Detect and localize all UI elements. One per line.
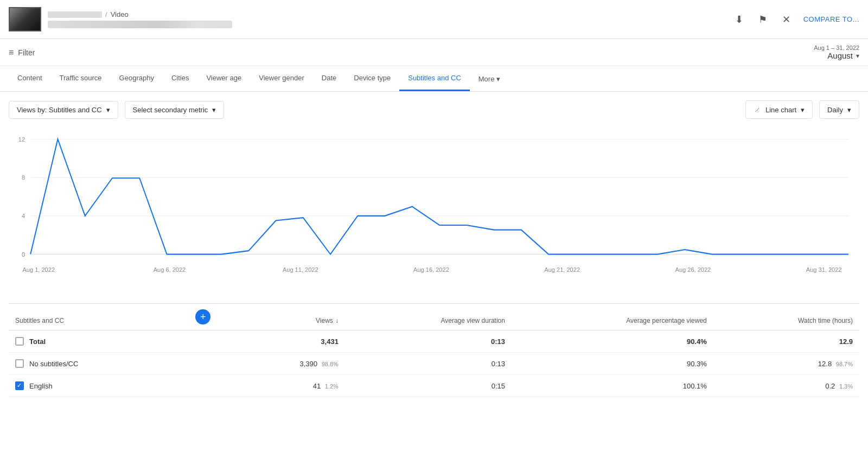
english-wt-pct: 1.3% [839, 383, 853, 390]
nav-tabs: Content Traffic source Geography Cities … [0, 66, 868, 92]
no-subtitles-checkbox[interactable] [15, 359, 24, 368]
table-row-english: English 41 1.2% 0:15 100.1% 0.2 1.3% [9, 375, 859, 397]
close-button[interactable]: ✕ [780, 11, 793, 28]
tab-viewer-age[interactable]: Viewer age [197, 66, 250, 91]
line-chart-icon: ⟋ [754, 105, 761, 114]
chart-type-chevron-icon: ▾ [801, 106, 805, 114]
no-subtitles-views: 3,390 98.8% [233, 353, 345, 375]
video-title [48, 21, 232, 28]
controls-row: Views by: Subtitles and CC ▾ Select seco… [0, 92, 868, 128]
filter-bar: ≡ Filter Aug 1 – 31, 2022 August ▾ [0, 39, 868, 66]
date-chevron-icon: ▾ [856, 52, 859, 60]
interval-label: Daily [827, 106, 843, 114]
no-subtitles-label-cell: No subtitles/CC [9, 353, 173, 375]
svg-text:4: 4 [22, 213, 25, 219]
col-header-avg-pct: Average percentage viewed [512, 304, 713, 330]
line-chart-svg: 12 8 4 0 Aug 1, 2022 Aug 6, 2022 Aug 11,… [9, 128, 859, 290]
tab-subtitles-cc[interactable]: Subtitles and CC [399, 66, 470, 91]
table-row-no-subtitles: No subtitles/CC 3,390 98.8% 0:13 90.3% 1… [9, 353, 859, 375]
add-column-button[interactable]: + [195, 309, 210, 324]
no-subtitles-views-num: 3,390 [300, 360, 318, 368]
tab-cities[interactable]: Cities [163, 66, 198, 91]
tab-viewer-gender[interactable]: Viewer gender [250, 66, 313, 91]
date-picker[interactable]: Aug 1 – 31, 2022 August ▾ [814, 44, 859, 60]
tab-content[interactable]: Content [9, 66, 51, 91]
breadcrumb-link[interactable] [48, 11, 102, 18]
chart-container: 12 8 4 0 Aug 1, 2022 Aug 6, 2022 Aug 11,… [9, 128, 859, 290]
col-header-views: Views ↓ [233, 304, 345, 330]
english-checkbox[interactable] [15, 381, 24, 390]
english-avg-duration: 0:15 [345, 375, 512, 397]
tab-date[interactable]: Date [313, 66, 345, 91]
no-subtitles-avg-pct: 90.3% [512, 353, 713, 375]
download-button[interactable]: ⬇ [733, 11, 745, 28]
top-bar: / Video ⬇ ⚑ ✕ COMPARE TO... [0, 0, 868, 39]
chart-area: 12 8 4 0 Aug 1, 2022 Aug 6, 2022 Aug 11,… [0, 128, 868, 299]
svg-text:Aug 11, 2022: Aug 11, 2022 [283, 266, 318, 272]
col-header-avg-duration: Average view duration [345, 304, 512, 330]
english-views-pct: 1.2% [325, 383, 339, 390]
sort-arrow-icon: ↓ [335, 317, 339, 324]
data-table-section: Subtitles and CC + Views ↓ Average view … [0, 303, 868, 397]
total-watch-time: 12.9 [713, 330, 859, 353]
table-header: Subtitles and CC + Views ↓ Average view … [9, 304, 859, 330]
no-subtitles-watch-time: 12.8 98.7% [713, 353, 859, 375]
breadcrumb-sep: / [105, 10, 107, 18]
total-label-cell: Total [9, 330, 173, 353]
total-views: 3,431 [233, 330, 345, 353]
total-add-cell [173, 330, 233, 353]
more-chevron-icon: ▾ [496, 75, 500, 83]
secondary-metric-placeholder: Select secondary metric [133, 106, 208, 114]
english-views-num: 41 [313, 382, 321, 390]
tab-device-type[interactable]: Device type [345, 66, 399, 91]
top-bar-right: ⬇ ⚑ ✕ COMPARE TO... [733, 11, 859, 28]
svg-text:Aug 1, 2022: Aug 1, 2022 [23, 266, 55, 272]
filter-label: Filter [18, 48, 35, 57]
col-subtitles-label: Subtitles and CC [15, 317, 64, 324]
date-range-text: Aug 1 – 31, 2022 [814, 44, 859, 51]
primary-metric-chevron-icon: ▾ [106, 106, 110, 114]
breadcrumb-area: / Video [48, 10, 232, 28]
filter-icon: ≡ [9, 48, 14, 58]
date-period: August [827, 51, 853, 60]
col-header-subtitles: Subtitles and CC [9, 304, 173, 330]
secondary-metric-chevron-icon: ▾ [212, 106, 216, 114]
no-subtitles-label: No subtitles/CC [29, 360, 78, 368]
svg-text:Aug 6, 2022: Aug 6, 2022 [154, 266, 186, 272]
svg-text:Aug 16, 2022: Aug 16, 2022 [413, 266, 449, 272]
controls-right: ⟋ Line chart ▾ Daily ▾ [745, 100, 859, 119]
tab-geography[interactable]: Geography [111, 66, 163, 91]
no-subtitles-wt-pct: 98.7% [836, 361, 853, 367]
flag-button[interactable]: ⚑ [756, 11, 769, 28]
compare-to-button[interactable]: COMPARE TO... [803, 15, 859, 23]
table-row-total: Total 3,431 0:13 90.4% 12.9 [9, 330, 859, 353]
english-add-cell [173, 375, 233, 397]
svg-text:8: 8 [22, 174, 25, 181]
tab-more[interactable]: More ▾ [470, 67, 509, 91]
filter-control[interactable]: ≡ Filter [9, 48, 35, 58]
svg-text:Aug 31, 2022: Aug 31, 2022 [806, 266, 842, 272]
controls-left: Views by: Subtitles and CC ▾ Select seco… [9, 101, 224, 119]
svg-text:12: 12 [18, 136, 25, 142]
tab-traffic-source[interactable]: Traffic source [51, 66, 111, 91]
primary-metric-dropdown[interactable]: Views by: Subtitles and CC ▾ [9, 101, 118, 119]
no-subtitles-views-pct: 98.8% [322, 361, 339, 367]
english-wt-num: 0.2 [825, 382, 835, 390]
english-watch-time: 0.2 1.3% [713, 375, 859, 397]
svg-text:Aug 21, 2022: Aug 21, 2022 [544, 266, 580, 272]
interval-chevron-icon: ▾ [847, 106, 851, 114]
secondary-metric-dropdown[interactable]: Select secondary metric ▾ [125, 101, 225, 119]
interval-dropdown[interactable]: Daily ▾ [819, 100, 859, 119]
total-avg-duration: 0:13 [345, 330, 512, 353]
english-label: English [29, 382, 53, 390]
no-subtitles-avg-duration: 0:13 [345, 353, 512, 375]
col-header-watch-time: Watch time (hours) [713, 304, 859, 330]
breadcrumb-current: Video [111, 10, 129, 18]
data-table: Subtitles and CC + Views ↓ Average view … [9, 303, 859, 397]
english-avg-pct: 100.1% [512, 375, 713, 397]
total-checkbox[interactable] [15, 337, 24, 346]
chart-type-dropdown[interactable]: ⟋ Line chart ▾ [745, 100, 813, 119]
date-main: August ▾ [827, 51, 859, 60]
total-avg-pct: 90.4% [512, 330, 713, 353]
no-subtitles-wt-num: 12.8 [818, 360, 832, 368]
